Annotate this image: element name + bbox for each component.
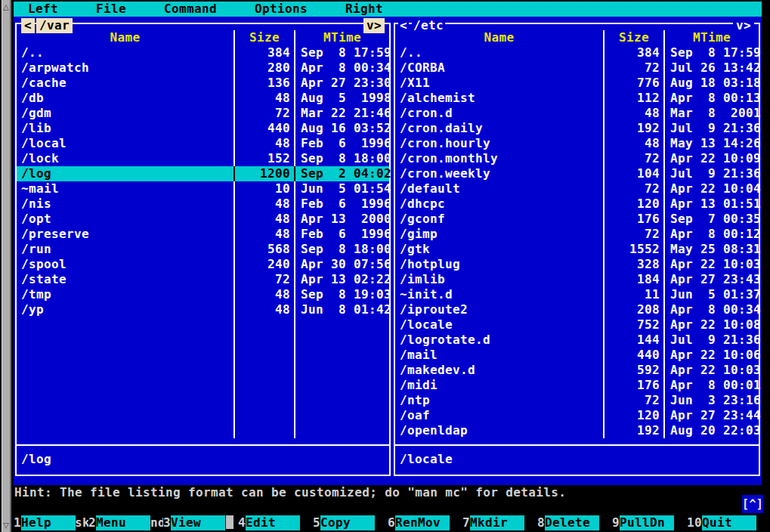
right-panel-dropdown-button[interactable]: v> <box>733 18 754 33</box>
file-row[interactable]: /..384Sep 8 17:59 <box>395 45 759 60</box>
fkey-view-button[interactable]: 3View <box>163 515 238 530</box>
file-row[interactable]: /yp48Jun 8 01:42 <box>17 302 389 317</box>
file-size: 152 <box>233 151 294 166</box>
menu-item-file[interactable]: File <box>96 2 126 17</box>
file-row[interactable]: /..384Sep 8 17:59 <box>17 45 389 60</box>
file-row[interactable]: /gtk1552May 25 08:31 <box>395 242 759 257</box>
fkey-delete-button[interactable]: 8Delete <box>537 515 612 530</box>
fkey-number: 6 <box>388 515 395 530</box>
file-row[interactable]: /lock152Sep 8 18:00 <box>17 151 389 166</box>
file-row[interactable]: /db48Aug 5 1998 <box>17 91 389 106</box>
left-column-header-size[interactable]: Size <box>233 30 294 45</box>
file-row[interactable]: /tmp48Sep 8 19:03 <box>17 287 389 302</box>
file-row[interactable]: /cron.weekly104Jul 9 21:36 <box>395 166 759 181</box>
file-row[interactable]: /run568Sep 8 18:00 <box>17 242 389 257</box>
file-row[interactable]: /cron.daily192Jul 9 21:36 <box>395 121 759 136</box>
file-row[interactable]: /oaf120Apr 27 23:44 <box>395 408 759 423</box>
file-row[interactable]: /logrotate.d144Jul 9 21:36 <box>395 332 759 348</box>
shell-prompt[interactable]: [proski@portland /var]$ <box>14 500 233 515</box>
file-size: 48 <box>233 91 294 106</box>
scroll-down-icon[interactable]: ▽ <box>2 520 10 530</box>
file-row[interactable]: /gdm72Mar 22 21:46 <box>17 106 389 121</box>
scrollback-indicator-badge[interactable]: [^] <box>742 495 763 513</box>
empty-row <box>17 317 389 332</box>
fkey-quit-button[interactable]: 10Quit <box>687 515 762 530</box>
fkey-label: Delete <box>545 515 599 530</box>
file-size: 192 <box>603 121 663 136</box>
file-row[interactable]: /imlib184Apr 27 23:43 <box>395 272 759 287</box>
file-row[interactable]: /log1200Sep 2 04:02 <box>17 166 389 181</box>
file-row[interactable]: /local48Feb 6 1996 <box>17 136 389 151</box>
right-panel-back-button[interactable]: < <box>398 18 409 33</box>
file-row[interactable]: /openldap192Aug 20 22:03 <box>395 423 759 438</box>
file-size: 48 <box>603 106 663 121</box>
file-row[interactable]: /dhcpc120Apr 13 01:51 <box>395 196 759 212</box>
menu-item-options[interactable]: Options <box>255 2 308 17</box>
file-row[interactable]: /X11776Aug 18 03:18 <box>395 76 759 91</box>
file-row[interactable]: /cache136Apr 27 23:30 <box>17 76 389 91</box>
file-mtime: Apr 8 00:01 <box>663 378 759 393</box>
file-row[interactable]: /CORBA72Jul 26 13:42 <box>395 60 759 76</box>
file-row[interactable]: /makedev.d592Apr 22 10:03 <box>395 363 759 378</box>
file-name: /iproute2 <box>395 302 603 317</box>
file-row[interactable]: /ntp72Jun 3 23:16 <box>395 393 759 408</box>
file-row[interactable]: /hotplug328Apr 22 10:03 <box>395 257 759 272</box>
menu-bar: LeftFileCommandOptionsRight <box>14 2 762 17</box>
right-panel-file-list: /..384Sep 8 17:59/CORBA72Jul 26 13:42/X1… <box>395 45 759 438</box>
file-row[interactable]: /state72Apr 13 02:22 <box>17 272 389 287</box>
empty-row <box>17 332 389 348</box>
empty-row <box>17 393 389 408</box>
file-mtime: Jun 8 01:42 <box>294 302 389 317</box>
file-row[interactable]: /cron.monthly72Apr 22 10:09 <box>395 151 759 166</box>
file-row[interactable]: /locale752Apr 22 10:08 <box>395 317 759 332</box>
file-row[interactable]: /iproute2208Apr 8 00:34 <box>395 302 759 317</box>
file-row[interactable]: /lib440Aug 16 03:52 <box>17 121 389 136</box>
file-row[interactable]: /midi176Apr 8 00:01 <box>395 378 759 393</box>
file-row[interactable]: /gimp72Apr 8 00:12 <box>395 227 759 242</box>
file-row[interactable]: /gconf176Sep 7 00:35 <box>395 212 759 227</box>
menu-item-command[interactable]: Command <box>164 2 217 17</box>
file-row[interactable]: /preserve48Feb 6 1996 <box>17 227 389 242</box>
fkey-menu-button[interactable]: 2Menu <box>88 515 163 530</box>
file-size <box>233 393 294 408</box>
scroll-up-icon[interactable]: △ <box>2 2 10 12</box>
fkey-copy-button[interactable]: 5Copy <box>313 515 388 530</box>
file-row[interactable]: /spool240Apr 30 07:56 <box>17 257 389 272</box>
left-panel-dropdown-button[interactable]: v> <box>363 18 385 33</box>
file-size: 328 <box>603 257 663 272</box>
file-name: /spool <box>17 257 233 272</box>
menu-item-left[interactable]: Left <box>28 2 58 17</box>
terminal-scrollbar[interactable]: △ ▽ <box>2 0 11 532</box>
file-mtime: Sep 8 18:00 <box>294 151 389 166</box>
file-row[interactable]: /cron.d48Mar 8 2001 <box>395 106 759 121</box>
left-panel-path[interactable]: /var <box>36 18 73 33</box>
right-column-header-size[interactable]: Size <box>603 30 663 45</box>
file-size: 112 <box>603 91 663 106</box>
file-mtime: Apr 22 10:03 <box>663 257 759 272</box>
file-row[interactable]: /default72Apr 22 10:04 <box>395 181 759 196</box>
file-row[interactable]: /cron.hourly48May 13 14:26 <box>395 136 759 151</box>
fkey-help-button[interactable]: 1Help <box>14 515 88 530</box>
menu-item-right[interactable]: Right <box>345 2 383 17</box>
file-size: 1552 <box>603 242 663 257</box>
fkey-pulldn-button[interactable]: 9PullDn <box>612 515 687 530</box>
file-name: /tmp <box>17 287 233 302</box>
left-panel-back-button[interactable]: < <box>21 18 35 33</box>
function-key-bar: 1Help2Menu3View4Edit5Copy6RenMov7Mkdir8D… <box>14 515 762 530</box>
file-row[interactable]: /alchemist112Apr 8 00:13 <box>395 91 759 106</box>
fkey-label: Menu <box>96 515 150 530</box>
file-name: /state <box>17 272 233 287</box>
file-row[interactable]: /arpwatch280Apr 8 00:34 <box>17 60 389 76</box>
mc-screen: LeftFileCommandOptionsRight < /var v> Na… <box>14 0 762 532</box>
file-name: ~init.d <box>395 287 603 302</box>
file-mtime: Aug 18 03:18 <box>663 76 759 91</box>
right-panel-path[interactable]: /etc <box>412 18 445 33</box>
file-row[interactable]: /mail440Apr 22 10:06 <box>395 348 759 363</box>
file-row[interactable]: /nis48Feb 6 1996 <box>17 196 389 212</box>
fkey-renmov-button[interactable]: 6RenMov <box>388 515 462 530</box>
fkey-mkdir-button[interactable]: 7Mkdir <box>462 515 537 530</box>
file-row[interactable]: ~mail10Jun 5 01:54 <box>17 181 389 196</box>
file-row[interactable]: /opt48Apr 13 2000 <box>17 212 389 227</box>
fkey-edit-button[interactable]: 4Edit <box>238 515 313 530</box>
file-row[interactable]: ~init.d11Jun 5 01:37 <box>395 287 759 302</box>
